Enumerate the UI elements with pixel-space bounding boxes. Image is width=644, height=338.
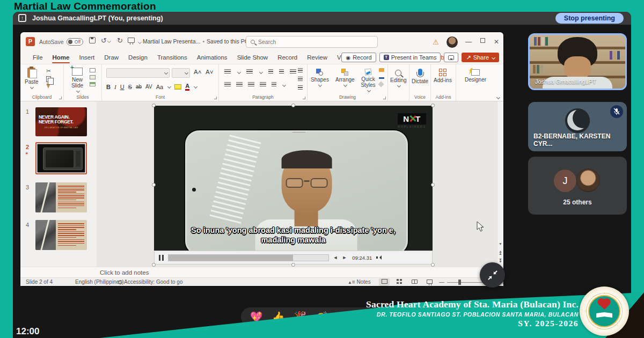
- arrange-button[interactable]: Arrange: [335, 69, 355, 86]
- search-box[interactable]: [246, 36, 378, 48]
- align-left-icon[interactable]: [224, 82, 231, 87]
- language-status[interactable]: English (Philippines): [75, 279, 124, 285]
- reading-view-button[interactable]: [409, 278, 420, 286]
- decrease-indent-icon[interactable]: [268, 69, 273, 75]
- tab-animations[interactable]: Animations: [192, 52, 232, 64]
- tab-home[interactable]: Home: [48, 52, 75, 64]
- section-icon[interactable]: [90, 82, 96, 86]
- slide-4-thumbnail[interactable]: [35, 220, 87, 250]
- previous-slide-icon[interactable]: ▲▲: [497, 251, 503, 255]
- undo-icon[interactable]: ↺: [101, 36, 111, 45]
- shadow-icon[interactable]: ab: [136, 84, 142, 90]
- paste-button[interactable]: Paste: [25, 68, 39, 89]
- designer-button[interactable]: Designer: [465, 69, 486, 83]
- minimize-icon[interactable]: —: [465, 38, 472, 46]
- tab-review[interactable]: Review: [302, 52, 332, 64]
- zoom-slider[interactable]: [447, 282, 484, 283]
- change-case-icon[interactable]: Aa: [156, 84, 163, 90]
- font-size-select[interactable]: [172, 68, 190, 78]
- slide-1-thumbnail[interactable]: NEVER AGAIN.NEVER FORGET. DECLARATION OF…: [35, 107, 87, 136]
- copy-icon[interactable]: [46, 76, 51, 82]
- shape-fill-icon[interactable]: [379, 68, 384, 72]
- cut-icon[interactable]: ✂: [46, 68, 51, 75]
- tab-file[interactable]: File: [28, 52, 48, 64]
- char-spacing-icon[interactable]: AV: [145, 84, 152, 90]
- participant-tile-self[interactable]: Joshua GmacallingLPT: [528, 33, 627, 90]
- slideshow-view-button[interactable]: [424, 278, 435, 286]
- volume-icon[interactable]: [376, 255, 380, 260]
- selection-handle[interactable]: [152, 183, 156, 187]
- zoom-out-icon[interactable]: —: [439, 279, 444, 285]
- highlight-icon[interactable]: [174, 84, 181, 90]
- layout-icon[interactable]: [90, 68, 96, 72]
- font-dialog-launcher[interactable]: [214, 97, 217, 99]
- step-forward-icon[interactable]: ►: [342, 255, 347, 260]
- smartart-icon[interactable]: [298, 85, 303, 91]
- tab-transitions[interactable]: Transitions: [152, 52, 192, 64]
- reset-icon[interactable]: [90, 75, 96, 79]
- comments-button[interactable]: [444, 53, 458, 62]
- selection-handle[interactable]: [431, 183, 435, 187]
- participant-tile-bernabe[interactable]: B2-BERNABE, KARSTEN CYR...: [528, 102, 627, 151]
- autosave-toggle[interactable]: Off: [67, 38, 83, 46]
- decrease-font-icon[interactable]: A˅: [204, 69, 215, 75]
- accessibility-status[interactable]: Accessibility: Good to go: [118, 279, 183, 285]
- slide-sorter-view-button[interactable]: [394, 278, 405, 286]
- align-right-icon[interactable]: [248, 82, 254, 87]
- record-button[interactable]: ◉Record: [341, 53, 376, 62]
- new-slide-button[interactable]: New Slide: [67, 68, 87, 92]
- align-center-icon[interactable]: [236, 82, 243, 87]
- font-color-icon[interactable]: A: [185, 83, 189, 91]
- seek-bar[interactable]: [168, 254, 329, 261]
- strikethrough-icon[interactable]: S: [128, 84, 132, 90]
- account-avatar[interactable]: [447, 36, 458, 48]
- start-slideshow-icon[interactable]: [128, 38, 135, 43]
- shape-outline-icon[interactable]: [379, 75, 384, 79]
- notes-pane[interactable]: Click to add notes: [20, 267, 503, 277]
- tab-design[interactable]: Design: [123, 52, 152, 64]
- zoom-slider-thumb[interactable]: [458, 280, 461, 285]
- tab-record[interactable]: Record: [273, 52, 302, 64]
- normal-view-button[interactable]: [379, 278, 390, 286]
- slide-scrollbar[interactable]: ▼ ▲▲ ▼▼: [497, 101, 503, 267]
- drawing-dialog-launcher[interactable]: [383, 97, 386, 99]
- shapes-button[interactable]: Shapes: [311, 69, 329, 86]
- increase-indent-icon[interactable]: [279, 69, 284, 75]
- paragraph-dialog-launcher[interactable]: [303, 97, 305, 99]
- columns-icon[interactable]: [272, 82, 276, 87]
- video-object[interactable]: NT EXPLAINERS: [154, 106, 433, 264]
- next-slide-icon[interactable]: ▼▼: [497, 259, 503, 263]
- selection-handle[interactable]: [152, 263, 156, 267]
- step-back-icon[interactable]: ◄: [333, 255, 338, 260]
- selection-handle[interactable]: [291, 104, 295, 107]
- clipboard-dialog-launcher[interactable]: [59, 97, 62, 99]
- quick-styles-button[interactable]: Quick Styles: [359, 69, 377, 92]
- scroll-down-icon[interactable]: ▼: [497, 242, 503, 246]
- justify-icon[interactable]: [260, 82, 266, 87]
- addins-button[interactable]: Add-ins: [434, 69, 452, 83]
- numbered-list-icon[interactable]: [246, 69, 253, 75]
- redo-icon[interactable]: ↻: [117, 36, 123, 45]
- save-icon[interactable]: [89, 37, 96, 43]
- italic-icon[interactable]: I: [114, 84, 116, 90]
- slide-2-thumbnail-selected[interactable]: [35, 142, 87, 174]
- pause-icon[interactable]: [159, 255, 164, 261]
- notes-toggle[interactable]: ▲≡ Notes: [348, 279, 371, 285]
- shape-effects-icon[interactable]: [378, 81, 384, 87]
- line-spacing-icon[interactable]: [290, 69, 296, 75]
- tab-slide-show[interactable]: Slide Show: [232, 52, 273, 64]
- minimize-presentation-button[interactable]: [480, 262, 505, 288]
- selection-handle[interactable]: [431, 263, 435, 267]
- collapse-ribbon-icon[interactable]: [496, 95, 500, 99]
- bold-icon[interactable]: B: [106, 84, 111, 90]
- selection-handle[interactable]: [291, 263, 295, 267]
- tab-insert[interactable]: Insert: [74, 52, 99, 64]
- selection-handle[interactable]: [152, 104, 156, 107]
- dictate-button[interactable]: Dictate: [412, 69, 428, 84]
- tab-draw[interactable]: Draw: [99, 52, 123, 64]
- present-in-teams-button[interactable]: TPresent in Teams: [379, 53, 441, 62]
- bullet-list-icon[interactable]: [224, 69, 231, 75]
- stop-presenting-button[interactable]: Stop presenting: [555, 13, 624, 24]
- participant-tile-others[interactable]: J 25 others: [528, 157, 627, 215]
- search-input[interactable]: [258, 39, 355, 45]
